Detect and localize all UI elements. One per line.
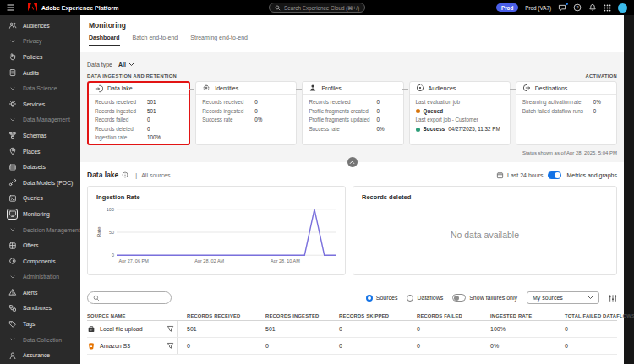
calendar-icon <box>496 171 504 179</box>
card-audiences[interactable]: Audiences Last evaluation job Queued Las… <box>409 81 511 145</box>
card-stat-row: Records received501 <box>95 98 183 107</box>
search-icon <box>93 295 100 302</box>
sidebar-label: Schemas <box>23 133 46 139</box>
sidebar-item-data-models-poc[interactable]: Data Models (POC) <box>0 175 80 191</box>
tab-batch-end-to-end[interactable]: Batch end-to-end <box>133 35 178 46</box>
table-search-input[interactable] <box>102 295 166 301</box>
sidebar-section-privacy[interactable]: Privacy <box>0 34 80 50</box>
tab-dashboard[interactable]: Dashboard <box>89 35 120 46</box>
header-ingested-rate[interactable]: INGESTED RATE <box>481 313 555 318</box>
sidebar-section-data-management[interactable]: Data Management <box>0 112 80 128</box>
data-type-dropdown[interactable]: All <box>118 62 134 68</box>
sidebar-item-audits[interactable]: Audits <box>0 65 80 81</box>
tab-streaming-end-to-end[interactable]: Streaming end-to-end <box>190 35 248 46</box>
table-body: Local file upload50150100100%0Amazon S30… <box>87 321 617 355</box>
scope-select[interactable]: My sources <box>527 291 599 304</box>
table-search[interactable] <box>87 291 172 304</box>
cell-rate: 100% <box>481 326 555 332</box>
sidebar-item-datasets[interactable]: Datasets <box>0 159 80 175</box>
apps-grid-icon[interactable] <box>604 4 611 12</box>
success-status-dot <box>416 128 420 132</box>
radio-dataflows[interactable]: Dataflows <box>407 295 443 302</box>
sidebar-item-monitoring[interactable]: Monitoring <box>0 206 80 222</box>
sidebar-item-tags[interactable]: Tags <box>0 316 80 332</box>
header-records-received[interactable]: RECORDS RECEIVED <box>178 313 256 318</box>
card-connector-line <box>402 89 408 90</box>
notification-dot <box>566 3 569 6</box>
stat-label: Success rate <box>202 116 254 125</box>
source-name-cell[interactable]: Amazon S3 <box>87 342 163 350</box>
header-records-ingested[interactable]: RECORDS INGESTED <box>256 313 330 318</box>
header-records-failed[interactable]: RECORDS FAILED <box>407 313 481 318</box>
chart-plot: Rate 050100 Apr 27, 06 PMApr 28, 02 AMAp… <box>96 209 336 264</box>
stat-label: Records ingested <box>95 107 147 117</box>
notifications-bell-icon[interactable] <box>588 3 597 12</box>
stat-label: Records received <box>202 98 254 107</box>
sidebar-item-offers[interactable]: Offers <box>0 237 80 253</box>
column-settings-icon[interactable] <box>609 294 617 302</box>
amazon-s3-icon <box>87 342 96 350</box>
sidebar-item-policies[interactable]: Policies <box>0 49 80 65</box>
stat-value: 0 <box>147 125 150 134</box>
filter-funnel-icon[interactable] <box>163 338 178 354</box>
sidebar-item-assurance[interactable]: Assurance <box>0 347 80 363</box>
right-edge-strip <box>624 15 634 364</box>
show-failures-toggle[interactable]: Show failures only <box>452 294 517 302</box>
header-source-name[interactable]: SOURCE NAME <box>87 313 178 318</box>
card-identities[interactable]: Identities Records received0Records inge… <box>195 81 297 145</box>
time-range-button[interactable]: Last 24 hours <box>496 171 543 179</box>
sidebar-item-components[interactable]: Components <box>0 253 80 269</box>
card-destinations[interactable]: Destinations Streaming activation rate0%… <box>516 81 617 145</box>
records-deleted-chart: Records deleted No data available <box>353 186 617 275</box>
cell-skipped: 0 <box>330 343 407 349</box>
stat-value: 100% <box>147 133 161 143</box>
show-failures-label: Show failures only <box>469 295 517 301</box>
info-icon[interactable] <box>122 171 128 178</box>
sidebar-section-administration[interactable]: Administration <box>0 269 80 285</box>
stat-value: 501 <box>147 107 156 117</box>
sidebar-item-services[interactable]: Services <box>0 96 80 112</box>
filter-funnel-icon[interactable] <box>163 321 178 337</box>
card-profiles[interactable]: Profiles Records received0Profile fragme… <box>302 81 403 145</box>
stat-label: Records ingested <box>202 107 254 117</box>
stat-value: 0 <box>254 107 258 117</box>
table-row[interactable]: Local file upload50150100100%0 <box>87 321 617 338</box>
sidebar-item-sandboxes[interactable]: Sandboxes <box>0 301 80 317</box>
sidebar-label: Privacy <box>23 38 41 44</box>
help-icon[interactable]: ? <box>573 3 582 12</box>
card-stat-row: Ingestion rate100% <box>95 133 183 143</box>
export-status-time: 04/27/2025, 11:32 PM <box>448 125 500 134</box>
chevron-down-icon <box>128 62 134 67</box>
header-records-skipped[interactable]: RECORDS SKIPPED <box>330 313 407 318</box>
card-data-lake[interactable]: Data lake Records received501Records ing… <box>87 81 190 145</box>
stat-value: 0 <box>147 116 150 125</box>
sidebar-label: Policies <box>23 54 42 60</box>
brand[interactable]: Adobe Experience Platform <box>28 3 118 12</box>
hamburger-menu-icon[interactable] <box>7 4 14 11</box>
feedback-icon[interactable] <box>558 4 566 12</box>
metrics-graphs-label: Metrics and graphs <box>566 172 617 178</box>
card-title: Audiences <box>429 85 456 91</box>
collapse-overview-button[interactable] <box>347 157 358 167</box>
sidebar-item-audiences[interactable]: Audiences <box>0 18 80 34</box>
metrics-graphs-toggle[interactable] <box>548 171 561 179</box>
sidebar-item-schemas[interactable]: Schemas <box>0 128 80 144</box>
sidebar-item-queries[interactable]: Queries <box>0 191 80 207</box>
avatar[interactable] <box>618 3 627 13</box>
source-name-cell[interactable]: Local file upload <box>87 325 163 334</box>
sidebar-item-alerts[interactable]: Alerts <box>0 285 80 301</box>
stat-label: Batch failed dataflow runs <box>522 107 593 117</box>
sidebar-label: Tags <box>23 321 35 327</box>
sidebar-section-decision-management[interactable]: Decision Management <box>0 222 80 238</box>
sidebar-section-data-collection[interactable]: Data Collection <box>0 332 80 348</box>
radio-sources[interactable]: Sources <box>366 295 398 302</box>
header-total-failed-dataflows[interactable]: TOTAL FAILED DATAFLOWS <box>555 313 634 318</box>
topbar: Adobe Experience Platform Search Experie… <box>0 0 634 15</box>
sidebar-label: Data Management <box>23 117 70 122</box>
sidebar-item-places[interactable]: Places <box>0 144 80 160</box>
cell-received: 501 <box>178 326 256 332</box>
global-search[interactable]: Search Experience Cloud (⌘+/) <box>269 3 365 13</box>
sidebar-section-data-science[interactable]: Data Science <box>0 80 80 96</box>
table-row[interactable]: Amazon S300000%0 <box>87 338 617 355</box>
env-badge[interactable]: Prod <box>496 3 518 12</box>
